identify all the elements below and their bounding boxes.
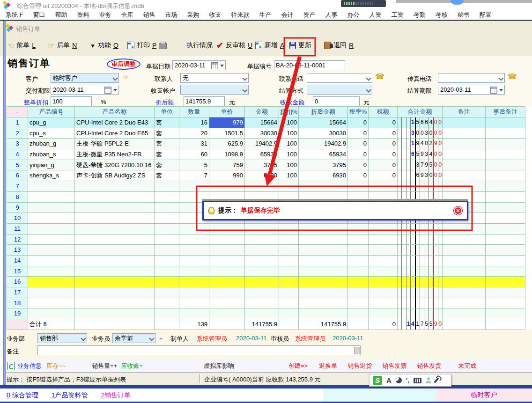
table-cell[interactable] [348, 266, 369, 277]
table-cell[interactable] [209, 181, 245, 192]
table-cell[interactable] [209, 256, 245, 266]
phone-dial-icon[interactable]: ☎ [375, 72, 384, 81]
menu-item-17[interactable]: 工资 [392, 11, 404, 19]
table-cell[interactable] [443, 224, 486, 234]
table-cell[interactable] [279, 181, 299, 192]
menu-item-13[interactable]: 资产 [303, 11, 316, 19]
keyboard-icon[interactable] [414, 378, 421, 383]
table-cell[interactable]: 31 [179, 139, 209, 149]
table-cell[interactable] [279, 277, 299, 287]
table-cell[interactable]: 60 [179, 149, 209, 160]
table-cell[interactable] [155, 308, 179, 319]
taskbar-tab-0[interactable]: 0 综合管理 [7, 391, 38, 400]
table-cell[interactable] [75, 287, 155, 298]
back-button[interactable]: 返回R [324, 40, 354, 51]
table-cell[interactable] [155, 256, 179, 266]
table-cell[interactable]: 19402.9 [299, 139, 348, 149]
table-cell[interactable] [28, 245, 75, 256]
table-cell[interactable]: 0 [348, 139, 369, 149]
status-link-5[interactable]: 创建=> [288, 362, 308, 370]
table-cell[interactable] [443, 234, 486, 245]
table-cell[interactable]: 0 [369, 170, 398, 181]
table-cell[interactable] [28, 181, 75, 192]
table-cell[interactable] [486, 277, 525, 287]
table-cell[interactable] [348, 298, 369, 309]
status-link-1[interactable]: 库存~~ [46, 362, 66, 370]
table-cell[interactable] [155, 245, 179, 256]
table-cell[interactable]: 套 [155, 117, 179, 128]
table-cell[interactable] [279, 224, 299, 234]
fax-combo[interactable] [438, 73, 505, 83]
taskbar-tab-2[interactable]: 2销售订单 [101, 391, 131, 400]
doc-no-input[interactable] [274, 60, 345, 70]
exec-status-button[interactable]: 执行情况 [186, 40, 213, 51]
table-cell[interactable] [28, 298, 75, 309]
menu-item-6[interactable]: 销售 [143, 11, 155, 19]
table-cell[interactable] [179, 277, 209, 287]
phone-combo[interactable] [307, 73, 372, 83]
table-cell[interactable]: 65934 [299, 149, 348, 160]
table-cell[interactable]: 100 [279, 117, 299, 128]
table-cell[interactable] [179, 298, 209, 309]
table-cell[interactable] [369, 256, 398, 266]
table-cell[interactable] [179, 181, 209, 192]
table-cell[interactable] [245, 308, 279, 319]
amount-grid-cell[interactable] [398, 224, 443, 234]
table-cell[interactable] [28, 266, 75, 277]
row-number-cell[interactable]: 14 [7, 256, 28, 266]
menu-item-2[interactable]: 帮助 [55, 11, 67, 19]
amount-grid-cell[interactable] [398, 256, 443, 266]
table-cell[interactable]: zhuban_s [28, 149, 75, 160]
row-number-cell[interactable]: 19 [7, 308, 28, 319]
table-cell[interactable] [369, 308, 398, 319]
table-cell[interactable] [486, 192, 525, 203]
table-cell[interactable] [348, 277, 369, 287]
punctuation-icon[interactable] [406, 377, 409, 384]
amount-grid-cell[interactable]: 6593400 [398, 149, 443, 160]
table-cell[interactable] [155, 181, 179, 192]
table-cell[interactable] [209, 298, 245, 309]
table-cell[interactable] [369, 224, 398, 234]
table-cell[interactable] [155, 224, 179, 234]
table-cell[interactable]: 0 [348, 128, 369, 139]
table-cell[interactable] [486, 308, 525, 319]
table-cell[interactable]: 100 [279, 160, 299, 171]
row-number-cell[interactable]: 7 [7, 181, 28, 192]
moon-icon[interactable] [396, 377, 402, 383]
table-cell[interactable] [75, 277, 155, 287]
table-cell[interactable] [299, 234, 348, 245]
table-cell[interactable] [75, 203, 155, 213]
table-cell[interactable]: 20 [179, 128, 209, 139]
menu-item-11[interactable]: 生产 [259, 11, 272, 19]
amount-grid-cell[interactable]: 3003000 [398, 128, 443, 139]
row-number-cell[interactable]: 9 [7, 203, 28, 213]
table-cell[interactable] [299, 181, 348, 192]
contact-combo[interactable]: 无 [180, 73, 249, 83]
table-cell[interactable] [28, 192, 75, 203]
next-doc-button[interactable]: 后单N [48, 40, 77, 51]
table-cell[interactable] [209, 287, 245, 298]
new-button[interactable]: 新增A [255, 40, 284, 51]
table-cell[interactable] [209, 266, 245, 277]
table-cell[interactable] [348, 234, 369, 245]
table-cell[interactable] [486, 128, 525, 139]
table-cell[interactable] [209, 277, 245, 287]
table-cell[interactable]: 979 [209, 117, 245, 128]
table-cell[interactable] [348, 256, 369, 266]
table-cell[interactable] [486, 287, 525, 298]
row-number-cell[interactable]: 3 [7, 139, 28, 149]
table-cell[interactable]: 990 [209, 170, 245, 181]
table-cell[interactable]: 65934 [245, 149, 279, 160]
table-cell[interactable] [443, 245, 486, 256]
table-cell[interactable] [209, 308, 245, 319]
row-number-cell[interactable]: 1 [7, 117, 28, 128]
table-cell[interactable]: 19402.9 [245, 139, 279, 149]
table-cell[interactable] [443, 128, 486, 139]
unaudit-button[interactable]: 反审核U [216, 40, 252, 51]
table-cell[interactable] [369, 298, 398, 309]
table-cell[interactable] [209, 245, 245, 256]
table-cell[interactable]: 625.9 [209, 139, 245, 149]
dialog-close-button[interactable]: ✕ [454, 206, 462, 215]
menu-item-21[interactable]: 配置 [480, 11, 492, 19]
sogou-logo-icon[interactable]: S [373, 376, 382, 385]
